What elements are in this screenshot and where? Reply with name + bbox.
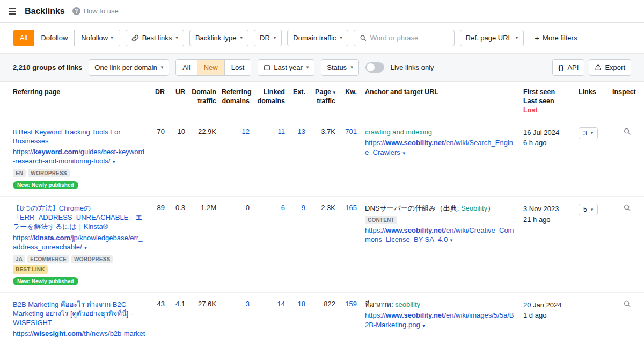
links-count-dropdown[interactable]: 3▾ [579, 127, 598, 139]
linked-domains-link[interactable]: 6 [281, 204, 285, 212]
plus-icon: + [535, 33, 539, 42]
export-button[interactable]: Export [589, 59, 631, 76]
col-header-referring-domains[interactable]: Referring domains [219, 88, 252, 115]
linked-domains-link[interactable]: 11 [278, 127, 286, 135]
date-range-button[interactable]: Last year ▾ [258, 59, 314, 76]
last-seen-date: 21 h ago [523, 214, 572, 225]
referring-page-link[interactable]: B2B Marketing คืออะไร ต่างจาก B2C Market… [13, 300, 145, 327]
language-badge: JA [13, 255, 25, 263]
table-row: 8 Best Keyword Tracking Tools For Busine… [0, 120, 644, 197]
referring-page-link[interactable]: 【8つの方法】Chromeの「ERR_ADDRESS_UNREACHABLE」エ… [13, 204, 145, 231]
how-to-use-label: How to use [84, 7, 119, 15]
anchor-target-cell: ที่มาภาพ: seobility https://www.seobilit… [360, 300, 518, 330]
best-link-badge: BEST LINK [13, 265, 48, 274]
link-mode-dropdown[interactable]: One link per domain ▾ [89, 59, 169, 76]
referring-page-cell: 【8つの方法】Chromeの「ERR_ADDRESS_UNREACHABLE」エ… [0, 204, 148, 285]
page-traffic-value: 822 [308, 300, 338, 308]
table-row: B2B Marketing คืออะไร ต่างจาก B2C Market… [0, 293, 644, 338]
referring-page-url[interactable]: https://keyword.com/guides/best-keyword-… [13, 147, 145, 166]
dr-value: 89 [148, 204, 167, 212]
col-header-ur[interactable]: UR [167, 88, 188, 115]
live-links-toggle[interactable] [365, 62, 384, 73]
referring-page-link[interactable]: 8 Best Keyword Tracking Tools For Busine… [13, 127, 145, 146]
referring-domains-link[interactable]: 12 [242, 127, 250, 135]
domain-traffic-filter-button[interactable]: Domain traffic ▾ [287, 30, 348, 46]
state-all-chip[interactable]: All [176, 60, 196, 75]
anchor-text-link[interactable]: Seobility [461, 204, 487, 212]
target-url[interactable]: https://www.seobility.net/en/wiki/Creati… [365, 226, 516, 244]
filter-nofollow-chip[interactable]: Nofollow▾ [74, 30, 119, 46]
chevron-down-icon: ▾ [591, 207, 594, 212]
ref-page-url-button[interactable]: Ref. page URL ▾ [460, 30, 524, 46]
inspect-icon[interactable] [623, 127, 631, 135]
page-traffic-value: 3.7K [308, 127, 338, 135]
col-header-page-traffic[interactable]: Page ▾ traffic [308, 88, 338, 115]
referring-page-cell: B2B Marketing คืออะไร ต่างจาก B2C Market… [0, 300, 148, 338]
linked-domains-link[interactable]: 14 [277, 300, 285, 308]
search-box [354, 30, 455, 46]
dr-filter-button[interactable]: DR ▾ [254, 30, 282, 46]
inspect-icon[interactable] [623, 300, 631, 308]
state-lost-chip[interactable]: Lost [224, 60, 251, 75]
chevron-down-icon: ▾ [274, 35, 276, 40]
chevron-down-icon: ▾ [450, 238, 453, 243]
best-links-button[interactable]: Best links ▾ [126, 30, 184, 46]
col-header-links[interactable]: Links [574, 88, 610, 115]
domain-traffic-value: 22.9K [188, 127, 219, 135]
col-header-dr[interactable]: DR [148, 88, 167, 115]
kw-link[interactable]: 701 [345, 127, 357, 135]
search-icon [360, 34, 367, 41]
link-icon [131, 34, 139, 42]
first-seen-date: 20 Jan 2024 [523, 300, 572, 311]
content-badge: CONTENT [365, 216, 397, 224]
domain-traffic-value: 27.6K [188, 300, 219, 308]
anchor-text-link[interactable]: seobility [395, 300, 420, 308]
how-to-use-link[interactable]: ? How to use [72, 7, 119, 15]
domain-traffic-value: 1.2M [188, 204, 219, 212]
dr-value: 43 [148, 300, 167, 308]
inspect-icon[interactable] [623, 204, 631, 212]
links-count-dropdown[interactable]: 5▾ [579, 204, 598, 215]
kw-link[interactable]: 159 [345, 300, 357, 308]
referring-page-url[interactable]: https://wisesight.com/th/news/b2b-market… [13, 329, 145, 338]
search-input[interactable] [370, 34, 449, 42]
export-icon [595, 64, 602, 71]
ext-link[interactable]: 13 [298, 127, 305, 135]
ext-link[interactable]: 18 [298, 300, 305, 308]
chevron-down-icon: ▾ [422, 323, 425, 328]
filter-dofollow-chip[interactable]: Dofollow [34, 30, 74, 46]
more-filters-button[interactable]: + More filters [529, 30, 582, 46]
ext-link[interactable]: 9 [302, 204, 305, 212]
kw-link[interactable]: 165 [345, 204, 357, 212]
referring-domains-link[interactable]: 3 [246, 300, 250, 308]
anchor-text-link[interactable]: crawling and indexing [365, 128, 432, 136]
top-bar: Backlinks ? How to use [0, 0, 644, 23]
col-header-domain-traffic[interactable]: Domain traffic [188, 88, 219, 115]
chevron-down-icon: ▾ [402, 150, 405, 156]
target-url[interactable]: https://www.seobility.net/en/wiki/Search… [365, 138, 516, 157]
status-button[interactable]: Status ▾ [321, 59, 358, 76]
menu-icon[interactable] [8, 7, 17, 16]
referring-domains-value: 0 [219, 204, 252, 212]
api-button[interactable]: {} API [552, 59, 584, 76]
sort-caret-icon: ▾ [333, 90, 335, 95]
col-header-linked-domains[interactable]: Linked domains [252, 88, 288, 115]
chevron-down-icon: ▾ [340, 35, 342, 40]
chevron-down-icon: ▾ [240, 35, 243, 40]
backlink-type-button[interactable]: Backlink type ▾ [189, 30, 248, 46]
state-new-chip[interactable]: New [197, 60, 224, 75]
table-row: 【8つの方法】Chromeの「ERR_ADDRESS_UNREACHABLE」エ… [0, 197, 644, 293]
referring-page-url[interactable]: https://kinsta.com/jp/knowledgebase/err_… [13, 233, 145, 252]
new-status-badge: New: Newly published [13, 277, 78, 285]
language-badge: EN [13, 169, 26, 177]
col-header-kw[interactable]: Kw. [338, 88, 360, 115]
target-url[interactable]: https://www.seobility.net/en/wiki/images… [365, 311, 516, 329]
braces-icon: {} [558, 64, 564, 71]
col-header-referring-page[interactable]: Referring page [0, 88, 148, 115]
filter-all-chip[interactable]: All [13, 30, 34, 46]
col-header-anchor[interactable]: Anchor and target URL [360, 88, 518, 115]
calendar-icon [264, 64, 270, 71]
col-header-ext[interactable]: Ext. [288, 88, 308, 115]
col-header-first-seen[interactable]: First seen Last seen Lost [518, 88, 574, 115]
ur-value: 4.1 [167, 300, 188, 308]
